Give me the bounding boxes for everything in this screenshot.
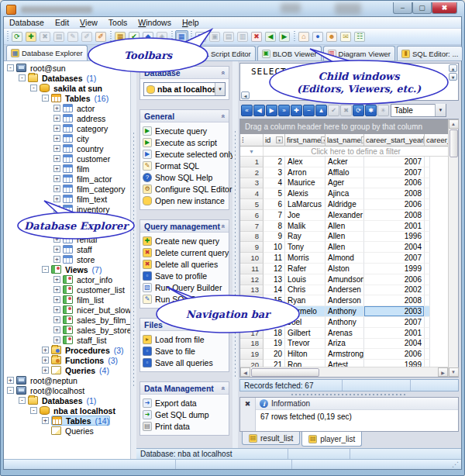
tree-item-film-text[interactable]: +film_text: [4, 194, 130, 204]
table-row[interactable]: 12AlexAcker2007: [240, 157, 448, 167]
cell[interactable]: [425, 306, 430, 317]
cell[interactable]: 1999: [364, 360, 425, 367]
table-row[interactable]: 1920HiltonArmstrong2006: [240, 349, 448, 360]
nav-item-print-data[interactable]: ▤Print data: [143, 420, 227, 432]
cell[interactable]: 7: [264, 210, 285, 221]
cell[interactable]: [425, 328, 430, 339]
tree-expand-toggle[interactable]: +: [53, 115, 60, 122]
database-properties-button[interactable]: ▤: [53, 30, 66, 43]
tree-item-procedures[interactable]: +Procedures(3): [4, 345, 130, 355]
cancel-edit-button[interactable]: ✖: [340, 105, 352, 116]
commit-transaction-button[interactable]: ✱: [365, 105, 377, 116]
tree-item-film-category[interactable]: +film_category: [4, 184, 130, 194]
cell[interactable]: [425, 285, 430, 296]
table-row[interactable]: 34MauriceAger2006: [240, 178, 448, 189]
tab-database-explorer[interactable]: ▦Database Explorer: [6, 45, 88, 60]
cell[interactable]: Acker: [326, 157, 364, 167]
table-row[interactable]: 1112RaferAlston1999: [240, 264, 448, 274]
cell[interactable]: 2007: [364, 157, 425, 167]
cell[interactable]: [425, 221, 430, 232]
delete-object-button[interactable]: ✐: [81, 30, 94, 43]
header-cell-id[interactable]: id▼: [264, 134, 285, 147]
nav-item-delete-all-queries[interactable]: ✖Delete all queries: [143, 258, 227, 270]
cell[interactable]: Anthony: [326, 306, 364, 317]
section-header-database[interactable]: Database«: [140, 67, 229, 79]
table-row[interactable]: 1617JoelAnthony2007: [240, 317, 448, 328]
cell[interactable]: Alexis: [285, 188, 326, 199]
nav-item-create-new-query[interactable]: ✚Create new query: [143, 235, 227, 247]
collapse-chevron-icon[interactable]: «: [219, 71, 226, 74]
tree-item-root-sun[interactable]: -root@sun: [4, 63, 130, 73]
row-number-cell[interactable]: 6: [240, 210, 264, 221]
cell[interactable]: Amundson: [326, 274, 364, 285]
cell[interactable]: Andersen: [326, 285, 364, 296]
cell[interactable]: 2002: [364, 285, 425, 296]
row-number-cell[interactable]: 2: [240, 167, 264, 178]
filter-row[interactable]: ▼ Click here to define a filter: [240, 147, 448, 157]
table-row[interactable]: 1213LouisAmundson2006: [240, 274, 448, 285]
nav-item-load-from-file[interactable]: ▸Load from file: [143, 333, 227, 345]
user-button[interactable]: ☻: [326, 30, 339, 43]
tree-expand-toggle[interactable]: +: [7, 377, 14, 384]
row-number-cell[interactable]: 3: [240, 178, 264, 189]
nav-item-get-sql-dump[interactable]: ➜Get SQL dump: [143, 409, 227, 420]
navigate-forward-button[interactable]: ▶: [278, 30, 291, 43]
cell[interactable]: Almond: [326, 253, 364, 264]
mail-button[interactable]: ✉: [339, 30, 353, 43]
rollback-transaction-button[interactable]: ✳: [377, 105, 389, 116]
refresh-button[interactable]: ⟳: [11, 30, 24, 43]
cell[interactable]: Joe: [285, 210, 326, 221]
table-row[interactable]: 67JoeAlexander2008: [240, 210, 448, 221]
cell[interactable]: 14: [264, 285, 285, 296]
cell[interactable]: Ray: [285, 232, 326, 243]
result-tab-result_list[interactable]: ▤result_list: [242, 432, 300, 445]
tree-item-film-actor[interactable]: +film_actor: [4, 174, 130, 184]
group-by-bar[interactable]: Drag a column header here to group by th…: [240, 119, 448, 134]
cell[interactable]: 2007: [364, 253, 425, 264]
tree-item-customer-list[interactable]: +customer_list: [4, 285, 130, 295]
tree-expand-toggle[interactable]: +: [42, 357, 49, 364]
cell[interactable]: 3: [264, 167, 285, 178]
cell[interactable]: Tony: [285, 242, 326, 253]
cell[interactable]: 1999: [364, 264, 425, 274]
tree-item-root-localhost[interactable]: -root@localhost: [4, 385, 130, 395]
cell[interactable]: Arenas: [326, 328, 364, 339]
database-combo[interactable]: nba at localhost▼: [143, 82, 226, 96]
cell[interactable]: 2: [264, 157, 285, 167]
tree-item-views[interactable]: -Views(7): [4, 264, 130, 274]
maximize-button[interactable]: ▢: [412, 2, 432, 14]
cell[interactable]: [425, 167, 430, 178]
tree-expand-toggle[interactable]: +: [42, 367, 49, 374]
cell[interactable]: 8: [264, 221, 285, 232]
tree-item-rental[interactable]: +rental: [4, 234, 130, 244]
cell[interactable]: Chris: [285, 285, 326, 296]
tree-expand-toggle[interactable]: -: [7, 387, 14, 394]
row-number-cell[interactable]: 10: [240, 253, 264, 264]
row-number-cell[interactable]: 7: [240, 221, 264, 232]
cell[interactable]: Artest: [326, 360, 364, 367]
cell[interactable]: [425, 157, 430, 167]
close-button[interactable]: ✖: [432, 2, 457, 14]
nav-item-save-all-queries[interactable]: ▫Save all queries: [143, 357, 227, 368]
editor-scroll-left-icon[interactable]: ◀: [241, 91, 250, 99]
cell[interactable]: Ager: [326, 178, 364, 189]
tree-item-film[interactable]: +film: [4, 164, 130, 174]
cell[interactable]: [425, 264, 430, 274]
tree-expand-toggle[interactable]: -: [30, 407, 37, 414]
cell[interactable]: 18: [264, 328, 285, 339]
tab-blob-viewer[interactable]: ▣BLOB Viewer: [257, 46, 322, 60]
tile-horizontally-button[interactable]: ▤: [222, 30, 236, 43]
tree-expand-toggle[interactable]: +: [53, 226, 60, 233]
cell[interactable]: 16: [264, 306, 285, 317]
row-number-cell[interactable]: 11: [240, 264, 264, 274]
tree-item-film-list[interactable]: +film_list: [4, 295, 130, 305]
tree-expand-toggle[interactable]: +: [53, 145, 60, 152]
cell[interactable]: Arron: [285, 167, 326, 178]
cell[interactable]: [425, 295, 430, 306]
cell[interactable]: Afflalo: [326, 167, 364, 178]
row-number-cell[interactable]: 17: [240, 328, 264, 339]
tree-expand-toggle[interactable]: +: [53, 256, 60, 263]
tree-item-tables[interactable]: +Tables(14): [4, 416, 130, 426]
cell[interactable]: Morris: [285, 253, 326, 264]
nav-item-delete-current-query[interactable]: ✖Delete current query: [143, 247, 227, 258]
